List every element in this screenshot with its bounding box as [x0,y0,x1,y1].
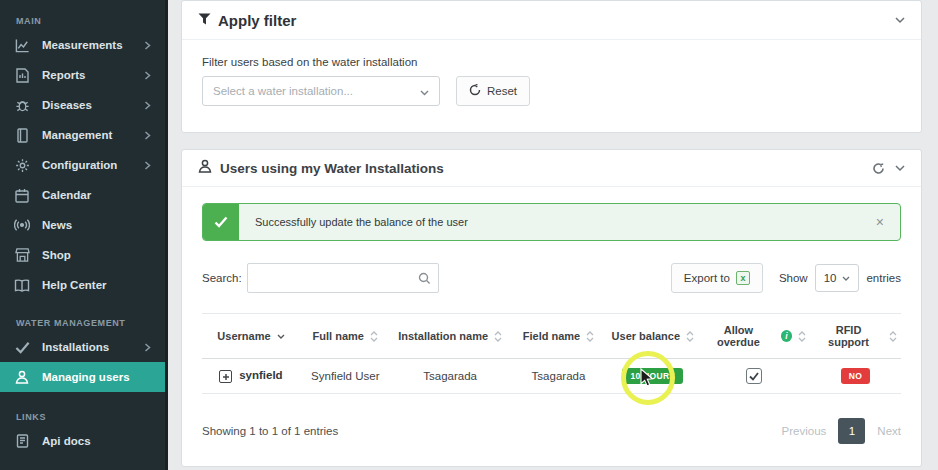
chevron-right-icon [144,338,151,356]
sidebar-item-help-center[interactable]: Help Center [0,270,165,300]
search-icon [418,271,431,289]
users-panel-body: Successfully update the balance of the u… [182,187,921,466]
collapse-chevron-icon[interactable] [895,17,905,24]
check-icon [14,339,30,355]
success-alert: Successfully update the balance of the u… [202,203,901,241]
col-allow-overdue[interactable]: Allow overduei [698,314,810,359]
pagination: Previous 1 Next [782,418,901,444]
collapse-chevron-icon[interactable] [895,165,905,172]
previous-button[interactable]: Previous [782,425,827,437]
sidebar-item-shop[interactable]: Shop [0,240,165,270]
cell-allow-overdue [698,359,810,394]
sort-icon [889,331,897,342]
col-full-name[interactable]: Full name [300,314,391,359]
entries-label: entries [866,272,901,284]
allow-overdue-checkbox[interactable] [746,368,762,384]
close-icon[interactable]: × [860,204,900,240]
chevron-down-icon [842,276,850,281]
funnel-icon [198,11,211,29]
col-username[interactable]: Username [202,314,300,359]
page-size-value: 10 [824,272,837,284]
sort-icon [494,331,502,342]
balance-badge: 10 HOURS [622,368,683,384]
select-placeholder: Select a water installation... [213,85,420,97]
chevron-right-icon [144,36,151,54]
refresh-icon[interactable] [872,162,885,175]
sort-icon [686,331,694,342]
shop-icon [14,247,30,263]
check-icon [203,204,239,240]
sidebar-item-measurements[interactable]: Measurements [0,30,165,60]
sort-icon [586,331,594,342]
sort-icon [798,331,806,342]
reset-button[interactable]: Reset [456,76,530,106]
help-book-icon [14,277,30,293]
sidebar-item-news[interactable]: News [0,210,165,240]
filter-label: Filter users based on the water installa… [202,56,901,68]
table-toolbar: Search: Export to x Show [202,263,901,293]
info-icon[interactable]: i [781,330,793,342]
gear-icon [14,157,30,173]
rfid-badge: NO [841,368,870,384]
search-input[interactable] [247,263,439,293]
search-label: Search: [202,272,242,284]
chart-icon [14,37,30,53]
user-icon [14,369,30,385]
showing-entries-text: Showing 1 to 1 of 1 entries [202,425,338,437]
user-icon [198,159,212,177]
calendar-icon [14,187,30,203]
col-rfid-support[interactable]: RFID support [810,314,901,359]
sidebar-section-main: MAIN [0,6,165,30]
export-button[interactable]: Export to x [671,263,763,293]
chevron-down-icon [420,82,429,100]
sidebar-item-calendar[interactable]: Calendar [0,180,165,210]
col-field-name[interactable]: Field name [510,314,608,359]
expand-row-icon[interactable] [219,370,232,383]
show-label: Show [779,272,808,284]
col-installation-name[interactable]: Installation name [391,314,510,359]
sidebar-section-water-management: WATER MANAGEMENT [0,308,165,332]
page-size-select[interactable]: 10 [815,264,860,292]
cell-installation-name: Tsagarada [391,359,510,394]
broadcast-icon [14,217,30,233]
book-icon [14,433,30,449]
water-installation-select[interactable]: Select a water installation... [202,76,440,106]
alert-message: Successfully update the balance of the u… [239,204,860,240]
col-user-balance[interactable]: User balance [607,314,698,359]
cell-field-name-link[interactable]: Tsagarada [510,359,608,394]
excel-icon: x [736,271,750,285]
sidebar-item-api-docs[interactable]: Api docs [0,426,165,456]
sidebar-item-management[interactable]: Management [0,120,165,150]
chevron-right-icon [144,126,151,144]
apply-filter-panel: Apply filter Filter users based on the w… [181,0,922,133]
sidebar-section-links: LINKS [0,402,165,426]
chevron-right-icon [144,156,151,174]
reset-label: Reset [487,85,517,97]
app-window: MAIN Measurements Reports Diseases Manag… [0,0,938,470]
apply-filter-title: Apply filter [218,12,296,29]
sidebar-item-diseases[interactable]: Diseases [0,90,165,120]
chevron-right-icon [144,66,151,84]
users-panel-title: Users using my Water Installations [220,161,444,176]
apply-filter-body: Filter users based on the water installa… [182,40,921,132]
sidebar-item-managing-users[interactable]: Managing users [0,362,165,392]
sort-icon [370,331,378,342]
cell-full-name: Synfield User [300,359,391,394]
table-header-row: Username Full name Installation name Fie… [202,314,901,359]
bug-icon [14,97,30,113]
cell-user-balance: 10 HOURS [607,359,698,394]
next-button[interactable]: Next [877,425,901,437]
notebook-icon [14,127,30,143]
users-panel: Users using my Water Installations Succe… [181,149,922,467]
export-label: Export to [684,272,730,284]
page-1-button[interactable]: 1 [838,418,865,444]
sidebar-item-installations[interactable]: Installations [0,332,165,362]
apply-filter-header: Apply filter [182,1,921,40]
sort-desc-icon [277,334,285,339]
sidebar-item-configuration[interactable]: Configuration [0,150,165,180]
sidebar: MAIN Measurements Reports Diseases Manag… [0,0,168,470]
chevron-right-icon [144,96,151,114]
table-footer: Showing 1 to 1 of 1 entries Previous 1 N… [202,418,901,444]
main-content: Apply filter Filter users based on the w… [168,0,938,470]
sidebar-item-reports[interactable]: Reports [0,60,165,90]
